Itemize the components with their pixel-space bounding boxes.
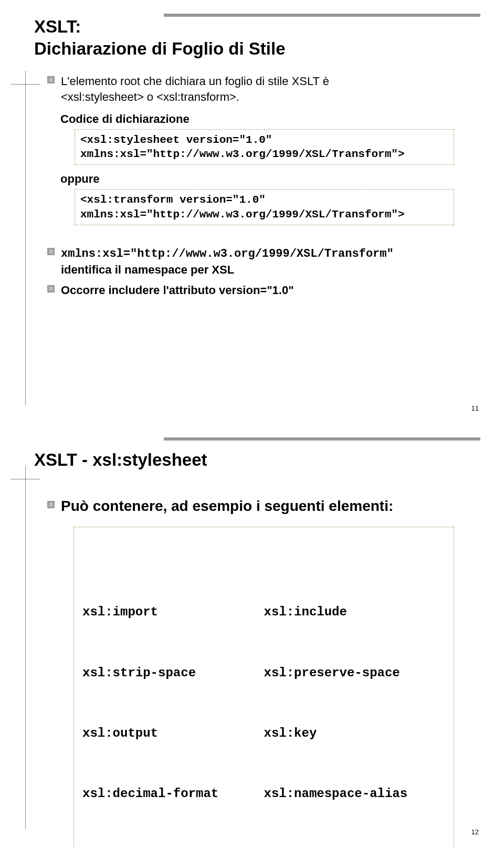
code-block: <xsl:stylesheet version="1.0" xmlns:xsl=… (75, 129, 454, 165)
slide-1: XSLT: Dichiarazione di Foglio di Stile L… (0, 0, 504, 424)
element-list-col: xsl:include xsl:preserve-space xsl:key x… (264, 562, 446, 847)
bullet-item: xmlns:xsl="http://www.w3.org/1999/XSL/Tr… (47, 245, 467, 277)
element-list: xsl:import xsl:strip-space xsl:output xs… (82, 562, 445, 847)
accent-bar (164, 14, 480, 17)
svg-rect-7 (49, 502, 53, 507)
bullet-item: L'elemento root che dichiara un foglio d… (47, 74, 467, 104)
crosshair-v (25, 466, 26, 829)
slide-title: XSLT: Dichiarazione di Foglio di Stile (34, 16, 480, 60)
text-line: Occorre includere l'attributo version="1… (61, 284, 294, 297)
list-item: xsl:preserve-space (264, 663, 446, 683)
list-item: xsl:key (264, 724, 446, 744)
list-item: xsl:output (82, 724, 264, 744)
list-item: xsl:attribute-set (82, 844, 264, 847)
code-block: <xsl:transform version="1.0" xmlns:xsl="… (75, 189, 454, 225)
svg-rect-1 (49, 78, 53, 82)
svg-rect-3 (49, 249, 53, 254)
text-line: identifica il namespace per XSL (61, 263, 234, 276)
svg-rect-5 (49, 287, 53, 291)
text-line: <xsl:stylesheet> o <xsl:transform>. (61, 90, 239, 103)
code-inline: xmlns:xsl="http://www.w3.org/1999/XSL/Tr… (61, 247, 394, 260)
element-list-col: xsl:import xsl:strip-space xsl:output xs… (82, 562, 264, 847)
page-number: 11 (471, 404, 479, 412)
list-item: xsl:strip-space (82, 663, 264, 683)
slide-title: XSLT - xsl:stylesheet (34, 449, 480, 471)
list-item: xsl:include (264, 602, 446, 622)
bullet-text: L'elemento root che dichiara un foglio d… (61, 74, 329, 104)
bullet-text: Può contenere, ad esempio i seguenti ele… (61, 496, 393, 516)
title-line: XSLT: (34, 17, 81, 36)
bullet-item: Occorre includere l'attributo version="1… (47, 282, 467, 298)
bullet-text: xmlns:xsl="http://www.w3.org/1999/XSL/Tr… (61, 245, 394, 277)
square-bullet-icon (47, 501, 55, 508)
accent-bar (164, 437, 480, 441)
square-bullet-icon (47, 76, 55, 83)
code-block: xsl:import xsl:strip-space xsl:output xs… (74, 527, 454, 847)
list-item: xsl:import (82, 602, 264, 622)
title-line: Dichiarazione di Foglio di Stile (34, 39, 286, 58)
bullet-text: Occorre includere l'attributo version="1… (61, 282, 294, 298)
sub-heading: Codice di dichiarazione (60, 112, 467, 126)
list-item: xsl:decimal-format (82, 784, 264, 804)
sub-heading: oppure (60, 172, 467, 186)
square-bullet-icon (47, 248, 55, 255)
bullet-item: Può contenere, ad esempio i seguenti ele… (47, 496, 467, 516)
crosshair-v (25, 71, 26, 405)
text-line: L'elemento root che dichiara un foglio d… (61, 75, 329, 88)
page-number: 12 (471, 828, 479, 836)
list-item: xsl:variable (264, 844, 446, 847)
square-bullet-icon (47, 285, 55, 292)
slide-2: XSLT - xsl:stylesheet Può contenere, ad … (0, 424, 504, 847)
list-item: xsl:namespace-alias (264, 784, 446, 804)
